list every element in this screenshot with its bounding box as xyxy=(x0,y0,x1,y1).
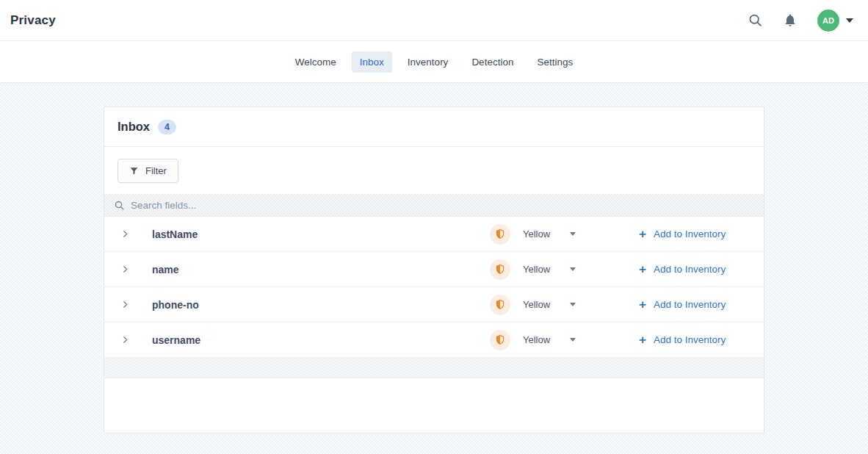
add-to-inventory-button[interactable]: + Add to Inventory xyxy=(639,334,734,346)
shield-icon xyxy=(490,330,510,350)
add-to-inventory-button[interactable]: + Add to Inventory xyxy=(639,228,734,240)
classification-select[interactable]: Yellow xyxy=(523,299,576,310)
classification-value: Yellow xyxy=(523,264,550,275)
card-strip xyxy=(104,358,764,378)
chevron-right-icon[interactable] xyxy=(120,229,134,239)
chevron-down-icon xyxy=(570,338,576,342)
chevron-down-icon xyxy=(570,303,576,306)
classification-value: Yellow xyxy=(523,299,550,310)
chevron-down-icon xyxy=(570,267,576,271)
classification-select[interactable]: Yellow xyxy=(523,334,576,345)
field-name: phone-no xyxy=(152,299,199,311)
card-footer xyxy=(104,378,764,433)
tab-welcome[interactable]: Welcome xyxy=(287,51,344,73)
chevron-down-icon xyxy=(570,232,576,236)
tab-detection[interactable]: Detection xyxy=(463,51,521,73)
plus-icon: + xyxy=(639,298,646,311)
plus-icon: + xyxy=(639,334,646,346)
classification-select[interactable]: Yellow xyxy=(523,264,576,275)
tab-inventory[interactable]: Inventory xyxy=(399,51,457,73)
field-name: name xyxy=(152,264,179,275)
filter-section: Filter xyxy=(104,147,764,194)
table-row: lastName Yellow + Add to Inventory xyxy=(104,217,764,252)
shield-icon xyxy=(490,224,510,245)
shield-icon xyxy=(490,295,510,315)
field-name: username xyxy=(152,334,200,346)
field-name: lastName xyxy=(152,228,198,240)
topbar-actions: AD xyxy=(748,10,853,32)
funnel-icon xyxy=(129,166,139,176)
app-title: Privacy xyxy=(10,13,56,28)
search-bar xyxy=(104,194,764,217)
page-title: Inbox xyxy=(117,120,150,134)
chevron-down-icon[interactable] xyxy=(846,18,853,23)
topbar: Privacy AD xyxy=(0,0,868,41)
plus-icon: + xyxy=(639,228,646,240)
chevron-right-icon[interactable] xyxy=(120,335,134,345)
inbox-card: Inbox 4 Filter lastName xyxy=(104,107,764,433)
avatar[interactable]: AD xyxy=(817,10,839,32)
add-to-inventory-button[interactable]: + Add to Inventory xyxy=(639,263,734,275)
classification-value: Yellow xyxy=(523,334,550,345)
search-input[interactable] xyxy=(131,200,754,211)
user-menu[interactable]: AD xyxy=(817,10,853,32)
inbox-count-badge: 4 xyxy=(158,120,176,134)
filter-button-label: Filter xyxy=(145,165,167,176)
search-icon xyxy=(114,200,125,211)
table-row: name Yellow + Add to Inventory xyxy=(104,252,764,287)
inbox-card-header: Inbox 4 xyxy=(104,107,764,147)
table-row: phone-no Yellow + Add to Inventory xyxy=(104,287,764,323)
classification-select[interactable]: Yellow xyxy=(523,228,576,239)
plus-icon: + xyxy=(639,263,646,275)
add-to-inventory-button[interactable]: + Add to Inventory xyxy=(639,298,734,311)
main-content: Inbox 4 Filter lastName xyxy=(0,83,868,433)
shield-icon xyxy=(490,259,510,280)
chevron-right-icon[interactable] xyxy=(120,300,134,309)
classification-value: Yellow xyxy=(523,228,550,239)
search-icon[interactable] xyxy=(748,12,763,28)
main-nav: Welcome Inbox Inventory Detection Settin… xyxy=(0,41,868,83)
chevron-right-icon[interactable] xyxy=(120,264,134,274)
tab-inbox[interactable]: Inbox xyxy=(352,51,392,73)
table-row: username Yellow + Add to Inventory xyxy=(104,323,764,358)
notifications-bell-icon[interactable] xyxy=(783,12,798,28)
tab-settings[interactable]: Settings xyxy=(529,51,581,73)
filter-button[interactable]: Filter xyxy=(117,159,178,183)
